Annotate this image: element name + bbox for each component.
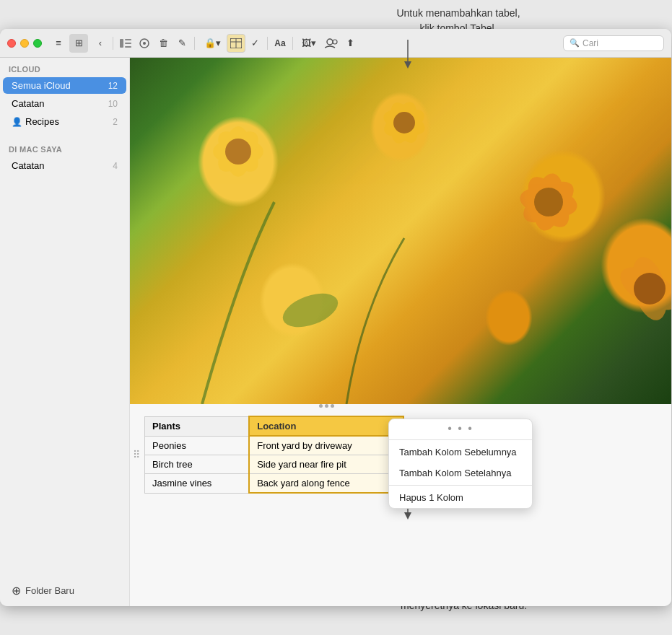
sidebar-item-all-icloud[interactable]: Semua iCloud 12 xyxy=(3,77,126,94)
plants-table: Plants Location xyxy=(144,416,404,494)
svg-point-32 xyxy=(634,273,666,305)
table-drag-handle[interactable]: ⠿ xyxy=(133,449,140,460)
svg-point-14 xyxy=(333,40,337,44)
close-button[interactable] xyxy=(7,39,16,48)
app-window: ≡ ⊞ ‹ 🗑 ✎ 🔒▾ xyxy=(0,29,671,606)
sidebar-icon xyxy=(120,39,131,48)
flower-decoration xyxy=(130,58,671,404)
column-context-menu: • • • Tambah Kolom Sebelumnya Tambah Kol… xyxy=(388,419,533,509)
menu-separator-middle xyxy=(389,485,532,486)
svg-marker-3 xyxy=(404,512,411,520)
sidebar-item-recipes[interactable]: 👤 Recipes 2 xyxy=(3,113,126,130)
add-column-before-item[interactable]: Tambah Kolom Sebelumnya xyxy=(389,442,532,463)
view-toggle-group: ≡ ⊞ xyxy=(49,34,88,53)
format-button[interactable]: Aa xyxy=(271,34,289,53)
svg-rect-6 xyxy=(125,43,131,44)
location-cell: Back yard along fence xyxy=(249,474,403,494)
svg-point-9 xyxy=(143,42,146,45)
checklist-button[interactable]: ✓ xyxy=(245,34,264,53)
svg-rect-7 xyxy=(125,46,131,48)
search-box[interactable]: 🔍 Cari xyxy=(563,35,664,51)
shared-icon: 👤 xyxy=(12,117,22,127)
plant-name-cell: Peonies xyxy=(145,436,250,455)
sidebar-toggle-button[interactable] xyxy=(116,34,135,53)
column-dots xyxy=(250,404,403,408)
search-icon: 🔍 xyxy=(570,38,580,48)
svg-rect-5 xyxy=(125,39,131,40)
maximize-button[interactable] xyxy=(33,39,42,48)
sidebar-item-mac-catatan-label: Catatan xyxy=(12,160,113,171)
sidebar: iCloud Semua iCloud 12 Catatan 10 👤 Reci… xyxy=(0,58,130,606)
sidebar-bottom: ⊕ Folder Baru xyxy=(0,575,129,606)
location-cell: Side yard near fire pit xyxy=(249,455,403,474)
location-column-header: Location xyxy=(249,416,403,436)
context-menu-dots: • • • xyxy=(389,419,532,438)
new-folder-label: Folder Baru xyxy=(25,585,74,596)
location-cell: Front yard by driveway xyxy=(249,436,403,455)
icloud-section-label: iCloud xyxy=(0,58,129,76)
image-button[interactable]: 🖼▾ xyxy=(296,34,322,53)
svg-point-13 xyxy=(327,39,333,45)
svg-point-33 xyxy=(279,287,343,334)
share-note-button[interactable] xyxy=(135,34,154,53)
lock-button[interactable]: 🔒▾ xyxy=(198,34,227,53)
table-button[interactable] xyxy=(227,34,245,53)
delete-button[interactable]: 🗑 xyxy=(154,34,173,53)
account-button[interactable] xyxy=(322,34,341,53)
delete-column-item[interactable]: Hapus 1 Kolom xyxy=(389,487,532,508)
sidebar-item-all-icloud-count: 12 xyxy=(108,81,118,91)
add-column-after-item[interactable]: Tambah Kolom Setelahnya xyxy=(389,463,532,483)
table-row: Peonies Front yard by driveway xyxy=(145,436,404,455)
edit-button[interactable]: ✎ xyxy=(173,34,191,53)
separator-1 xyxy=(113,37,113,50)
svg-marker-1 xyxy=(404,61,411,69)
new-folder-button[interactable]: ⊕ Folder Baru xyxy=(7,581,122,600)
list-view-button[interactable]: ≡ xyxy=(49,34,68,53)
svg-point-19 xyxy=(225,139,251,165)
account-icon xyxy=(325,38,338,48)
separator-3 xyxy=(267,37,268,50)
main-content: ⠿ Plants xyxy=(130,58,671,606)
sidebar-item-catatan-label: Catatan xyxy=(12,98,108,109)
sidebar-item-mac-catatan-count: 4 xyxy=(113,161,118,171)
plus-icon: ⊕ xyxy=(12,584,21,597)
search-placeholder: Cari xyxy=(582,38,598,48)
svg-point-29 xyxy=(534,188,563,216)
content-area: iCloud Semua iCloud 12 Catatan 10 👤 Reci… xyxy=(0,58,671,606)
svg-rect-4 xyxy=(120,39,123,48)
table-row: Birch tree Side yard near fire pit xyxy=(145,455,404,474)
titlebar: ≡ ⊞ ‹ 🗑 ✎ 🔒▾ xyxy=(0,29,671,58)
plant-name-cell: Birch tree xyxy=(145,455,250,474)
menu-separator-top xyxy=(389,439,532,440)
sidebar-item-catatan[interactable]: Catatan 10 xyxy=(3,95,126,112)
traffic-lights xyxy=(7,39,42,48)
minimize-button[interactable] xyxy=(20,39,29,48)
sidebar-item-mac-catatan[interactable]: Catatan 4 xyxy=(3,157,126,174)
separator-2 xyxy=(194,37,195,50)
table-icon xyxy=(230,38,242,48)
svg-point-24 xyxy=(393,112,415,133)
callout-line-top xyxy=(401,40,415,69)
flower-image xyxy=(130,58,671,404)
grid-view-button[interactable]: ⊞ xyxy=(69,34,88,53)
sidebar-item-recipes-count: 2 xyxy=(113,117,118,127)
share-button[interactable]: ⬆ xyxy=(341,34,359,53)
sidebar-item-all-icloud-label: Semua iCloud xyxy=(12,80,108,91)
plant-name-cell: Jasmine vines xyxy=(145,474,250,494)
mac-section-label: Di Mac Saya xyxy=(0,138,129,157)
table-row: Jasmine vines Back yard along fence xyxy=(145,474,404,494)
plants-column-header: Plants xyxy=(145,416,250,436)
sidebar-item-recipes-label: Recipes xyxy=(25,116,113,127)
back-button[interactable]: ‹ xyxy=(91,34,110,53)
share-note-icon xyxy=(139,38,149,48)
sidebar-item-catatan-count: 10 xyxy=(108,99,118,109)
separator-4 xyxy=(292,37,293,50)
